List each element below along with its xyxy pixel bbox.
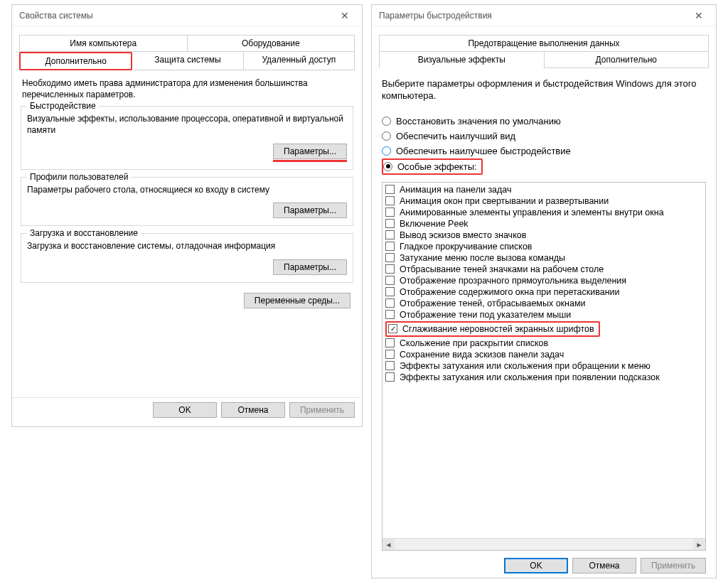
checkbox-icon[interactable] xyxy=(385,253,395,262)
checkbox-icon[interactable] xyxy=(388,324,397,333)
effect-label: Отображение прозрачного прямоугольника в… xyxy=(400,276,626,286)
checkbox-icon[interactable] xyxy=(385,350,395,359)
effect-item[interactable]: Сохранение вида эскизов панели задач xyxy=(385,349,705,360)
checkbox-icon[interactable] xyxy=(385,361,395,370)
checkbox-icon[interactable] xyxy=(385,298,395,308)
checkbox-icon[interactable] xyxy=(385,338,395,347)
scroll-right-icon[interactable]: ► xyxy=(693,539,705,550)
effect-label: Отображение тени под указателем мыши xyxy=(400,310,571,320)
close-icon[interactable]: ✕ xyxy=(685,10,713,21)
radio-label: Обеспечить наилучшее быстродействие xyxy=(396,146,571,156)
effects-listbox[interactable]: Анимация на панели задачАнимация окон пр… xyxy=(382,182,706,551)
effect-item[interactable]: Скольжение при раскрытии списков xyxy=(385,338,705,349)
effect-item[interactable]: Анимация на панели задач xyxy=(385,184,705,195)
tab-dep[interactable]: Предотвращение выполнения данных xyxy=(379,35,709,52)
close-icon[interactable]: ✕ xyxy=(331,10,359,21)
effect-item[interactable]: Сглаживание неровностей экранных шрифтов xyxy=(385,320,705,338)
titlebar[interactable]: Свойства системы ✕ xyxy=(12,5,362,26)
effect-item[interactable]: Анимация окон при свертывании и разверты… xyxy=(385,195,705,207)
dialog-footer: OK Отмена Применить xyxy=(12,397,362,422)
group-user-profiles: Профили пользователей Параметры рабочего… xyxy=(21,177,353,227)
checkbox-icon[interactable] xyxy=(385,264,395,274)
radio-label: Обеспечить наилучший вид xyxy=(396,131,515,141)
group-startup-recovery: Загрузка и восстановление Загрузка и вос… xyxy=(21,233,353,283)
user-profiles-settings-button[interactable]: Параметры... xyxy=(273,203,347,218)
effect-label: Сохранение вида эскизов панели задач xyxy=(400,350,564,360)
scroll-left-icon[interactable]: ◄ xyxy=(382,539,395,550)
effect-item[interactable]: Отображение теней, отбрасываемых окнами xyxy=(385,298,705,309)
apply-button[interactable]: Применить xyxy=(289,402,355,418)
window-title: Параметры быстродействия xyxy=(379,11,492,21)
apply-button[interactable]: Применить xyxy=(641,558,706,573)
effect-item[interactable]: Отображение тени под указателем мыши xyxy=(385,309,705,320)
checkbox-icon[interactable] xyxy=(385,219,395,228)
effect-item[interactable]: Затухание меню после вызова команды xyxy=(385,252,705,264)
performance-settings-button[interactable]: Параметры... xyxy=(273,144,347,159)
radio-icon[interactable] xyxy=(382,146,391,156)
visual-options-radios: Восстановить значения по умолчаниюОбеспе… xyxy=(382,114,706,175)
tab-advanced[interactable]: Дополнительно xyxy=(545,52,710,68)
effect-label: Отображение теней, отбрасываемых окнами xyxy=(400,298,586,308)
effect-item[interactable]: Гладкое прокручивание списков xyxy=(385,241,705,252)
group-desc: Параметры рабочего стола, относящиеся ко… xyxy=(27,185,347,196)
effect-item[interactable]: Отображение прозрачного прямоугольника в… xyxy=(385,275,705,286)
checkbox-icon[interactable] xyxy=(385,287,395,296)
ok-button[interactable]: OK xyxy=(153,402,217,418)
effect-label: Скольжение при раскрытии списков xyxy=(400,338,548,348)
checkbox-icon[interactable] xyxy=(385,185,395,194)
effect-item[interactable]: Эффекты затухания или скольжения при поя… xyxy=(385,372,705,383)
effect-label: Вывод эскизов вместо значков xyxy=(400,230,526,240)
cancel-button[interactable]: Отмена xyxy=(221,402,285,418)
group-performance: Быстродействие Визуальные эффекты, испол… xyxy=(21,106,353,169)
radio-option[interactable]: Восстановить значения по умолчанию xyxy=(382,114,706,129)
tab-visual-effects[interactable]: Визуальные эффекты xyxy=(379,52,545,68)
tab-hardware[interactable]: Оборудование xyxy=(188,35,355,52)
radio-icon[interactable] xyxy=(383,162,392,171)
tab-computer-name[interactable]: Имя компьютера xyxy=(19,35,188,52)
checkbox-icon[interactable] xyxy=(385,372,395,382)
effect-label: Эффекты затухания или скольжения при обр… xyxy=(400,361,651,371)
checkbox-icon[interactable] xyxy=(385,208,395,217)
effect-label: Анимация на панели задач xyxy=(400,185,512,195)
radio-option[interactable]: Обеспечить наилучший вид xyxy=(382,129,706,144)
radio-icon[interactable] xyxy=(382,131,391,141)
tab-remote[interactable]: Удаленный доступ xyxy=(244,52,355,70)
startup-recovery-settings-button[interactable]: Параметры... xyxy=(273,259,347,275)
cancel-button[interactable]: Отмена xyxy=(572,558,636,573)
radio-label: Восстановить значения по умолчанию xyxy=(396,116,561,126)
checkbox-icon[interactable] xyxy=(385,230,395,239)
environment-variables-button[interactable]: Переменные среды... xyxy=(244,293,350,308)
checkbox-icon[interactable] xyxy=(385,310,395,319)
checkbox-icon[interactable] xyxy=(385,276,395,285)
effect-item[interactable]: Вывод эскизов вместо значков xyxy=(385,230,705,241)
ok-button[interactable]: OK xyxy=(504,558,568,573)
tab-advanced[interactable]: Дополнительно xyxy=(19,52,132,70)
group-title: Загрузка и восстановление xyxy=(27,228,141,238)
effect-label: Включение Peek xyxy=(400,219,469,229)
effect-item[interactable]: Эффекты затухания или скольжения при обр… xyxy=(385,360,705,372)
effect-label: Эффекты затухания или скольжения при поя… xyxy=(400,372,660,382)
tab-system-protection[interactable]: Защита системы xyxy=(132,52,243,70)
horizontal-scrollbar[interactable]: ◄ ► xyxy=(382,538,705,550)
effect-label: Затухание меню после вызова команды xyxy=(400,253,565,263)
effect-item[interactable]: Анимированные элементы управления и элем… xyxy=(385,207,705,218)
intro-text: Выберите параметры оформления и быстроде… xyxy=(382,78,706,102)
radio-option[interactable]: Особые эффекты: xyxy=(382,158,483,175)
radio-option[interactable]: Обеспечить наилучшее быстродействие xyxy=(382,144,706,158)
effect-item[interactable]: Отбрасывание теней значками на рабочем с… xyxy=(385,264,705,275)
checkbox-icon[interactable] xyxy=(385,242,395,251)
effect-item[interactable]: Включение Peek xyxy=(385,218,705,230)
radio-label: Особые эффекты: xyxy=(397,161,477,172)
titlebar[interactable]: Параметры быстродействия ✕ xyxy=(372,5,716,26)
effect-label: Сглаживание неровностей экранных шрифтов xyxy=(402,324,594,334)
effect-label: Отображение содержимого окна при перетас… xyxy=(400,287,620,297)
tabs: Предотвращение выполнения данных Визуаль… xyxy=(379,35,709,68)
effect-item[interactable]: Отображение содержимого окна при перетас… xyxy=(385,286,705,298)
effect-label: Отбрасывание теней значками на рабочем с… xyxy=(400,264,604,274)
effect-label: Анимированные элементы управления и элем… xyxy=(400,208,664,217)
radio-icon[interactable] xyxy=(382,117,391,126)
checkbox-icon[interactable] xyxy=(385,196,395,205)
system-properties-window: Свойства системы ✕ Имя компьютера Оборуд… xyxy=(11,4,363,427)
effect-label: Гладкое прокручивание списков xyxy=(400,242,532,252)
group-title: Быстродействие xyxy=(27,101,99,111)
